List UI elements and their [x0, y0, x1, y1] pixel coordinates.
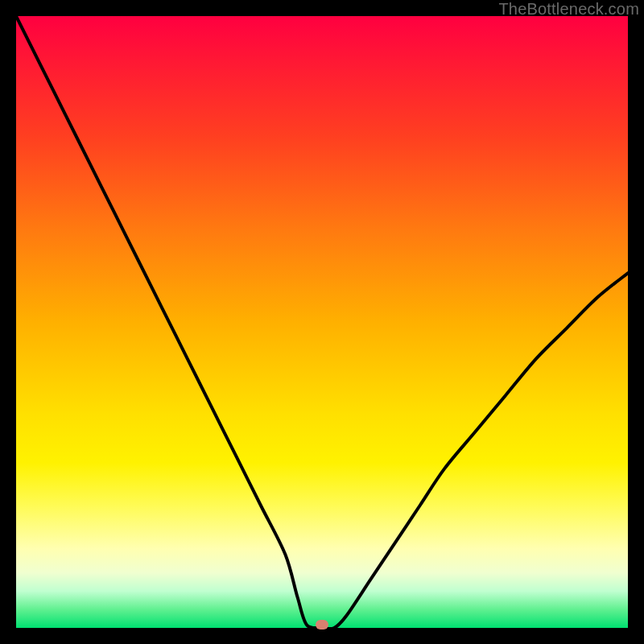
plot-area [16, 16, 628, 628]
optimal-point-marker [316, 620, 328, 630]
mismatch-curve [16, 16, 628, 628]
chart-frame: TheBottleneck.com [0, 0, 644, 644]
